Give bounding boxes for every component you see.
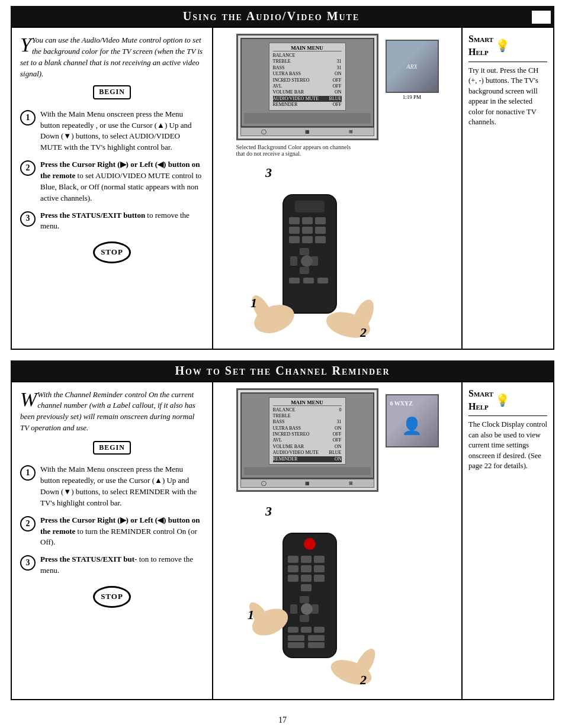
section2-help-word: Help xyxy=(468,400,493,413)
section2-step2-num: 2 xyxy=(20,516,36,531)
section1-lightbulb-icon: 💡 xyxy=(496,38,509,53)
section2-lightbulb-icon: 💡 xyxy=(496,392,509,408)
drop-cap-w: W xyxy=(20,389,37,410)
section2-box: W With the Channel Reminder control On t… xyxy=(11,381,554,701)
menu-row-avl: AVLOFF xyxy=(273,83,342,89)
page: Using the Audio/Video Mute Y You can use… xyxy=(0,0,565,728)
section1-tv: MAIN MENU BALANCE TREBLE31 BASS31 ULTRA … xyxy=(236,34,378,157)
svg-rect-32 xyxy=(314,565,325,572)
svg-rect-43 xyxy=(301,627,312,633)
section1-step1-text: With the Main Menu onscreen press the Me… xyxy=(40,109,191,152)
section2-step3-bold: Press the STATUS/EXIT but- xyxy=(40,555,137,563)
section1-smart-help-title: Smart Help 💡 xyxy=(468,33,547,62)
svg-rect-33 xyxy=(288,575,298,582)
section1-begin-badge: BEGIN xyxy=(93,85,131,99)
svg-rect-47 xyxy=(288,642,304,648)
section2-channel-panel: 6 WXYZ 👤 xyxy=(386,394,439,447)
section2-tv-screen: MAIN MENU BALANCE0 TREBLE BASS31 ULTRA B… xyxy=(240,392,374,479)
svg-rect-15 xyxy=(300,267,309,274)
section1-step2: 2 Press the Cursor Right (▶) or Left (◀)… xyxy=(20,159,204,204)
page-number: 17 xyxy=(11,711,554,726)
svg-rect-34 xyxy=(301,575,312,582)
section1-begin: BEGIN xyxy=(20,83,204,104)
section2-tv-bottom xyxy=(244,467,371,475)
svg-rect-45 xyxy=(288,635,304,641)
section2-begin: BEGIN xyxy=(20,439,204,459)
section1-step2-content: Press the Cursor Right (▶) or Left (◀) b… xyxy=(40,159,204,204)
s2-menu-row-reminder: REMINDERON xyxy=(273,456,342,462)
section1-tv-mockup: MAIN MENU BALANCE TREBLE31 BASS31 ULTRA … xyxy=(236,34,378,140)
svg-rect-6 xyxy=(302,227,313,234)
svg-rect-1 xyxy=(295,201,325,212)
s2-menu-row-incredstereo: INCRED STEREOOFF xyxy=(273,431,342,437)
section2-step3-content: Press the STATUS/EXIT but- ton to remove… xyxy=(40,554,204,576)
section1-smart-word: Smart xyxy=(468,33,493,46)
menu-row-reminder: REMINDEROFF xyxy=(273,102,342,108)
svg-point-14 xyxy=(301,255,313,267)
section1-bg-preview-text: ARX xyxy=(406,63,417,70)
svg-rect-3 xyxy=(302,217,313,224)
section1-step1-content: With the Main Menu onscreen press the Me… xyxy=(40,109,204,153)
svg-rect-4 xyxy=(315,217,326,224)
svg-text:1: 1 xyxy=(248,607,254,622)
section1-tv-screen: MAIN MENU BALANCE TREBLE31 BASS31 ULTRA … xyxy=(240,38,374,127)
section2-step1-content: With the Main Menu onscreen press the Me… xyxy=(40,464,204,508)
section2-instructions: W With the Channel Reminder control On t… xyxy=(12,382,213,700)
section2-tv-menu: MAIN MENU BALANCE0 TREBLE BASS31 ULTRA B… xyxy=(269,397,346,465)
svg-rect-44 xyxy=(314,627,325,633)
section2-intro-text: With the Channel Reminder control On the… xyxy=(20,390,195,433)
section2-step2: 2 Press the Cursor Right (▶) or Left (◀)… xyxy=(20,515,204,549)
section2-step1: 1 With the Main Menu onscreen press the … xyxy=(20,464,204,508)
svg-text:2: 2 xyxy=(359,672,367,687)
section1-bg-panel-area: ARX 1:19 PM xyxy=(386,34,439,100)
section2-tv-stand: ◯▦⊞ xyxy=(240,479,374,488)
section1-step1: 1 With the Main Menu onscreen press the … xyxy=(20,109,204,153)
section1-stop-badge: STOP xyxy=(93,241,131,263)
section2-remote-svg: 1 2 xyxy=(218,510,419,699)
menu-row-balance: BALANCE xyxy=(273,53,342,59)
svg-rect-38 xyxy=(290,604,297,614)
svg-rect-18 xyxy=(317,278,328,284)
menu-row-volumebar: VOLUME BARON xyxy=(273,89,342,95)
section2-step3-num: 3 xyxy=(20,555,36,571)
section1-smart-title-text: Smart Help xyxy=(468,33,493,59)
svg-rect-28 xyxy=(301,556,312,563)
svg-rect-12 xyxy=(290,256,297,266)
section1-header-text: Using the Audio/Video Mute xyxy=(183,9,360,22)
section1-step1-num: 1 xyxy=(20,110,36,125)
menu-row-treble: TREBLE31 xyxy=(273,59,342,65)
section2-tv: MAIN MENU BALANCE0 TREBLE BASS31 ULTRA B… xyxy=(236,388,378,496)
svg-rect-16 xyxy=(289,278,300,284)
section2-step1-num: 1 xyxy=(20,465,36,481)
section2-smart-word: Smart xyxy=(468,387,493,400)
svg-rect-35 xyxy=(314,575,325,582)
section1-instructions: Y You can use the Audio/Video Mute contr… xyxy=(12,28,213,349)
svg-rect-5 xyxy=(289,227,300,234)
svg-rect-10 xyxy=(315,236,326,243)
menu-row-bass: BASS31 xyxy=(273,65,342,71)
svg-rect-41 xyxy=(300,615,309,622)
section2-step1-text: With the Main Menu onscreen press the Me… xyxy=(40,465,197,507)
section1-stop-container: STOP xyxy=(20,238,204,263)
svg-rect-7 xyxy=(315,227,326,234)
svg-text:1: 1 xyxy=(251,295,257,310)
section1-remote-svg: 1 2 xyxy=(218,177,419,355)
section1-intro-container: Y You can use the Audio/Video Mute contr… xyxy=(20,35,204,79)
section1-step3-num: 3 xyxy=(20,211,36,227)
section1-tv-stand: ◯▦⊞ xyxy=(240,127,374,136)
page-number-text: 17 xyxy=(278,716,287,724)
section2-smart-help-text: The Clock Display control can also be us… xyxy=(468,420,547,472)
section2-step3: 3 Press the STATUS/EXIT but- ton to remo… xyxy=(20,554,204,576)
svg-point-26 xyxy=(304,538,316,550)
svg-point-40 xyxy=(301,603,313,615)
section1-bg-time: 1:19 PM xyxy=(386,94,439,100)
section2-tv-mockup: MAIN MENU BALANCE0 TREBLE BASS31 ULTRA B… xyxy=(236,388,378,492)
section1-tv-menu-title: MAIN MENU xyxy=(273,45,342,51)
section1-intro: Y You can use the Audio/Video Mute contr… xyxy=(20,35,204,79)
svg-rect-36 xyxy=(301,584,312,591)
section1-smart-help-text: Try it out. Press the CH (+, -) buttons.… xyxy=(468,66,547,128)
svg-rect-17 xyxy=(303,278,314,284)
section1-tv-area: MAIN MENU BALANCE TREBLE31 BASS31 ULTRA … xyxy=(236,34,439,157)
svg-rect-30 xyxy=(288,565,298,572)
svg-rect-48 xyxy=(308,642,325,648)
